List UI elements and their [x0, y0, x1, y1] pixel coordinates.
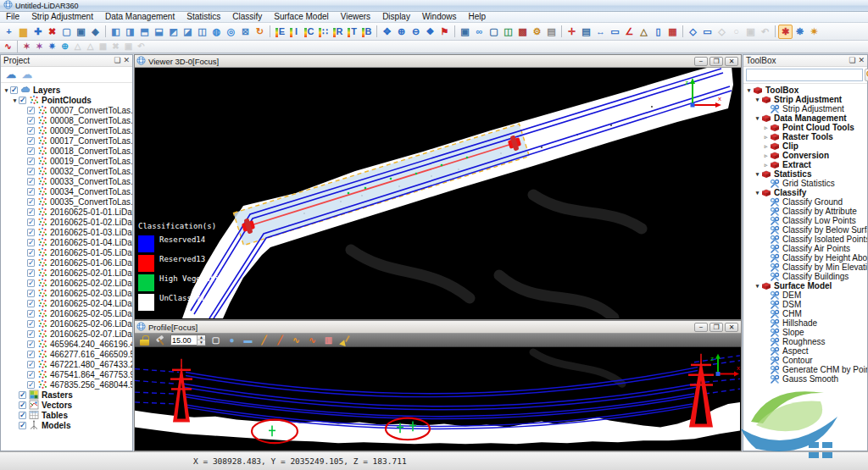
tree-item-pointclouds[interactable]: ▾✓PointClouds [1, 95, 132, 105]
minimize-button[interactable]: − [694, 57, 708, 66]
profile-canvas[interactable]: z x [135, 347, 741, 451]
measure-grid-button[interactable]: ▦ [665, 25, 680, 39]
layer-checkbox[interactable]: ✓ [27, 147, 35, 155]
menu-classify[interactable]: Classify [226, 12, 268, 23]
tree-item-467835-256-468044-504-lidata[interactable]: ✓467835.256_468044.504.LiData [1, 379, 132, 390]
measure-list-button[interactable]: ▤ [579, 25, 593, 39]
tree-item-classify[interactable]: ▾Classify [743, 188, 867, 197]
tree-item-strip-adjustment[interactable]: ▾Strip Adjustment [743, 95, 867, 104]
clear-broom-button[interactable] [338, 335, 351, 346]
restore-button[interactable]: ❐ [709, 57, 723, 66]
layer-checkbox[interactable]: ✓ [27, 320, 35, 328]
expand-icon[interactable]: ▹ [762, 143, 770, 149]
tree-item-classify-ground[interactable]: Classify Ground [743, 197, 867, 207]
collapse-icon[interactable]: ▾ [754, 171, 761, 177]
tree-item-classify-by-min-elevation[interactable]: Classify by Min Elevation [743, 263, 867, 272]
tree-item-tables[interactable]: ✓Tables [1, 410, 132, 420]
save-as-button[interactable]: ◈ [88, 25, 103, 39]
tree-item-vectors[interactable]: ✓Vectors [1, 400, 132, 410]
close-panel-icon[interactable]: ✕ [858, 57, 865, 64]
tree-item-00032-converttolas-lidata[interactable]: ✓00032_ConvertToLas.LiData [1, 166, 132, 176]
collapse-icon[interactable]: ▾ [3, 87, 10, 93]
fit-polyline-down-button[interactable]: ∿ [306, 335, 319, 346]
measure-volume-button[interactable]: △ [637, 25, 651, 39]
remove-data-button[interactable]: ✖ [45, 25, 59, 39]
layer-checkbox[interactable]: ✓ [27, 127, 35, 135]
tree-item-00008-converttolas-lidata[interactable]: ✓00008_ConvertToLas.LiData [1, 115, 132, 125]
display-by-time-button[interactable]: T [345, 25, 359, 39]
layer-checkbox[interactable]: ✓ [27, 259, 35, 267]
measure-line-down-button[interactable]: ╱ [274, 335, 287, 346]
tree-item-dem[interactable]: DEM [743, 290, 867, 300]
tree-item-classify-by-below-surface[interactable]: Classify by Below Surface [743, 225, 867, 235]
tree-item-toolbox[interactable]: ▾ToolBox [743, 86, 867, 95]
capture-image-button[interactable]: ▤ [544, 25, 559, 39]
strip-save-button[interactable]: ▣ [122, 41, 135, 53]
render-mixed-points-button[interactable]: ✴ [807, 25, 821, 39]
save-selection-button[interactable]: ▣ [743, 25, 758, 39]
float-panel-icon[interactable]: ❏ [849, 57, 855, 64]
menu-help[interactable]: Help [463, 12, 492, 23]
collapse-icon[interactable]: ▾ [11, 97, 19, 103]
view-front-button[interactable]: ◧ [108, 25, 123, 39]
expand-icon[interactable]: ▹ [762, 134, 770, 140]
split-viewer-button[interactable]: ◫ [501, 25, 515, 39]
tree-item-00033-converttolas-lidata[interactable]: ✓00033_ConvertToLas.LiData [1, 176, 132, 186]
expand-icon[interactable]: ▹ [762, 152, 770, 158]
strip-terrain-2-button[interactable]: △ [84, 41, 97, 53]
lock-profile-button[interactable] [138, 335, 151, 346]
tree-item-layers[interactable]: ▾✓Layers [1, 85, 132, 95]
tree-item-rasters[interactable]: ✓Rasters [1, 390, 132, 400]
tree-item-contour[interactable]: Contour [743, 356, 867, 365]
new-window-button[interactable]: ▢ [59, 25, 74, 39]
tree-item-strip-adjustment[interactable]: Strip Adjustment [743, 104, 867, 113]
undo-selection-button[interactable]: ↶ [758, 25, 772, 39]
tree-item-classify-by-height-above-ground[interactable]: Classify by Height Above Ground [743, 253, 867, 263]
measure-distance-button[interactable]: ↔ [593, 25, 608, 39]
float-panel-icon[interactable]: ❏ [114, 57, 120, 64]
select-circle-button[interactable]: ○ [729, 25, 743, 39]
viewer-3d-canvas[interactable]: z x Classification(s) Reserved14Reserved… [135, 68, 741, 318]
measure-density-button[interactable]: ▯ [651, 25, 665, 39]
strip-align-2-button[interactable]: ✶ [33, 41, 46, 53]
menu-surface-model[interactable]: Surface Model [268, 12, 334, 23]
expand-icon[interactable]: ▹ [762, 162, 770, 168]
layer-checkbox[interactable]: ✓ [27, 290, 35, 297]
measure-line-up-button[interactable]: ╱ [258, 335, 270, 346]
strip-ellipse-add-button[interactable]: ⊕ [58, 41, 71, 53]
render-wheel-button[interactable]: ❋ [793, 25, 807, 39]
minimize-button[interactable]: − [694, 323, 708, 332]
tree-item-hillshade[interactable]: Hillshade [743, 318, 867, 328]
tree-item-surface-model[interactable]: ▾Surface Model [743, 281, 867, 290]
layer-checkbox[interactable]: ✓ [27, 249, 35, 257]
buffer-box-button[interactable]: ▢ [209, 335, 222, 346]
add-point-cloud-button[interactable]: ☁ [4, 68, 18, 81]
add-point-clouds-button[interactable]: ☁ [20, 68, 34, 81]
layer-checkbox[interactable]: ✓ [27, 168, 35, 175]
select-rectangle-button[interactable]: ▭ [700, 25, 715, 39]
tree-item-465964-240-466196-408-lidata[interactable]: ✓465964.240_466196.408.LiData [1, 339, 132, 349]
view-solid-back-button[interactable]: ◎ [224, 25, 238, 39]
tree-item-20160625-02-04-lidata[interactable]: ✓20160625-02-04.LiData [1, 298, 132, 308]
menu-display[interactable]: Display [376, 12, 416, 23]
display-by-intensity-button[interactable]: I [287, 25, 302, 39]
strip-align-1-button[interactable]: ✶ [20, 41, 33, 53]
spin-down-icon[interactable]: ▼ [198, 340, 205, 346]
viewer-settings-gear-button[interactable]: ⚙ [530, 25, 544, 39]
layer-checkbox[interactable]: ✓ [27, 381, 35, 389]
tree-item-classify-low-points[interactable]: Classify Low Points [743, 216, 867, 225]
collapse-icon[interactable]: ▾ [754, 283, 761, 289]
tree-item-20160625-02-03-lidata[interactable]: ✓20160625-02-03.LiData [1, 288, 132, 298]
add-data-button[interactable]: ✚ [31, 25, 45, 39]
layer-checkbox[interactable]: ✓ [27, 269, 35, 277]
rect-select-button[interactable]: ▬ [242, 335, 254, 346]
strip-grid-button[interactable]: ▦ [97, 41, 109, 53]
tree-item-00034-converttolas-lidata[interactable]: ✓00034_ConvertToLas.LiData [1, 186, 132, 196]
layer-checkbox[interactable]: ✓ [27, 310, 35, 318]
layer-checkbox[interactable]: ✓ [27, 371, 35, 379]
close-button[interactable]: ✕ [725, 57, 738, 66]
pick-point-button[interactable]: ✛ [565, 25, 579, 39]
layer-checkbox[interactable]: ✓ [27, 198, 35, 206]
layer-checkbox[interactable]: ✓ [19, 412, 26, 419]
menu-statistics[interactable]: Statistics [181, 12, 226, 23]
